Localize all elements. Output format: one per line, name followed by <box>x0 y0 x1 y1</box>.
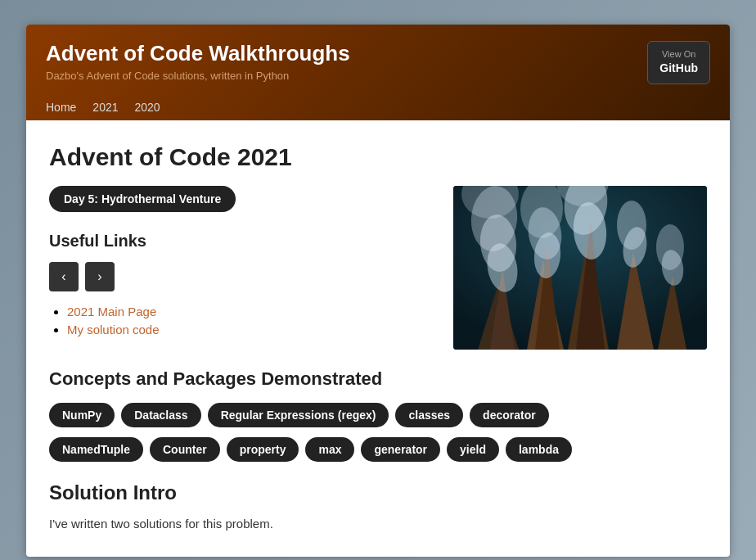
right-column <box>453 186 707 350</box>
link-item-1: 2021 Main Page <box>67 305 429 319</box>
concepts-title: Concepts and Packages Demonstrated <box>49 368 707 390</box>
nav-home[interactable]: Home <box>46 101 76 114</box>
page-title: Advent of Code 2021 <box>49 143 707 171</box>
svg-point-23 <box>656 224 684 270</box>
tag-numpy[interactable]: NumPy <box>49 403 115 427</box>
solution-intro-title: Solution Intro <box>49 481 707 504</box>
site-title: Advent of Code Walkthroughs <box>46 41 350 66</box>
tag-decorator[interactable]: decorator <box>470 403 549 427</box>
tags-row-1: NumPyDataclassRegular Expressions (regex… <box>49 403 707 427</box>
tag-yield[interactable]: yield <box>447 437 499 462</box>
link-main-page[interactable]: 2021 Main Page <box>67 305 156 318</box>
next-button[interactable]: › <box>85 262 115 291</box>
page-wrapper: Advent of Code Walkthroughs Dazbo's Adve… <box>26 25 730 557</box>
tag-max[interactable]: max <box>305 437 354 462</box>
tag-property[interactable]: property <box>227 437 299 462</box>
github-button[interactable]: View On GitHub <box>647 41 710 84</box>
site-subtitle: Dazbo's Advent of Code solutions, writte… <box>46 70 350 82</box>
nav-2020[interactable]: 2020 <box>135 101 160 114</box>
svg-point-21 <box>617 201 646 250</box>
tag-generator[interactable]: generator <box>361 437 440 462</box>
tag-counter[interactable]: Counter <box>150 437 220 462</box>
github-btn-line1: View On <box>659 48 698 61</box>
day-badge[interactable]: Day 5: Hydrothermal Venture <box>49 186 236 212</box>
left-column: Day 5: Hydrothermal Venture Useful Links… <box>49 186 429 360</box>
github-btn-line2: GitHub <box>659 61 698 75</box>
two-col-layout: Day 5: Hydrothermal Venture Useful Links… <box>49 186 707 360</box>
prev-button[interactable]: ‹ <box>49 262 79 291</box>
nav-buttons: ‹ › <box>49 262 429 291</box>
hero-image <box>453 186 707 350</box>
site-branding: Advent of Code Walkthroughs Dazbo's Adve… <box>46 41 350 82</box>
nav-2021[interactable]: 2021 <box>92 101 118 114</box>
solution-intro-section: Solution Intro I've written two solution… <box>49 481 707 534</box>
links-list: 2021 Main Page My solution code <box>49 305 429 337</box>
site-nav: Home 2021 2020 <box>46 94 710 120</box>
tag-namedtuple[interactable]: NamedTuple <box>49 437 143 462</box>
tag-regular-expressions-(regex)[interactable]: Regular Expressions (regex) <box>208 403 389 427</box>
site-header: Advent of Code Walkthroughs Dazbo's Adve… <box>26 25 730 120</box>
link-solution-code[interactable]: My solution code <box>67 323 160 336</box>
header-top: Advent of Code Walkthroughs Dazbo's Adve… <box>46 41 710 84</box>
main-content: Advent of Code 2021 Day 5: Hydrothermal … <box>26 120 730 557</box>
tag-classes[interactable]: classes <box>395 403 463 427</box>
tags-row-2: NamedTupleCounterpropertymaxgeneratoryie… <box>49 437 707 462</box>
solution-intro-text: I've written two solutions for this prob… <box>49 514 707 534</box>
useful-links-title: Useful Links <box>49 232 429 251</box>
concepts-section: Concepts and Packages Demonstrated NumPy… <box>49 368 707 462</box>
tag-dataclass[interactable]: Dataclass <box>121 403 200 427</box>
link-item-2: My solution code <box>67 323 429 337</box>
tag-lambda[interactable]: lambda <box>506 437 572 462</box>
